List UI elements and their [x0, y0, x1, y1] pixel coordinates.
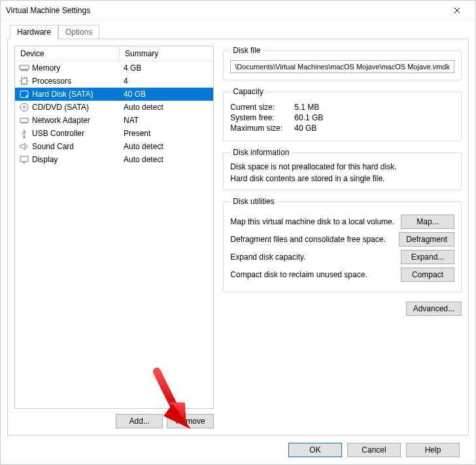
device-name: Network Adapter — [32, 116, 90, 125]
help-button[interactable]: Help — [406, 443, 460, 457]
max-size-value: 40 GB — [294, 124, 316, 133]
tab-hardware[interactable]: Hardware — [10, 25, 58, 39]
svg-rect-0 — [20, 65, 29, 69]
capacity-legend: Capacity — [230, 87, 266, 96]
map-button[interactable]: Map... — [401, 215, 454, 229]
device-name: Memory — [32, 63, 60, 73]
content: Hardware Options Device Summary Memory4 … — [1, 20, 475, 464]
tab-body: Device Summary Memory4 GBProcessors4Hard… — [7, 39, 469, 436]
compact-text: Compact disk to reclaim unused space. — [230, 270, 396, 279]
add-button[interactable]: Add... — [116, 414, 163, 428]
table-row[interactable]: Memory4 GB — [15, 61, 213, 75]
svg-rect-8 — [20, 156, 28, 162]
device-buttons: Add... Remove — [14, 414, 214, 428]
device-summary: 40 GB — [120, 88, 213, 101]
device-summary: Auto detect — [120, 101, 213, 114]
sound-icon — [19, 141, 29, 152]
device-name: Sound Card — [32, 142, 74, 151]
current-size-value: 5.1 MB — [294, 103, 319, 112]
table-row[interactable]: Hard Disk (SATA)40 GB — [15, 88, 213, 101]
system-free-label: System free: — [230, 113, 290, 122]
disk-info-line2: Hard disk contents are stored in a singl… — [230, 174, 454, 183]
device-table: Device Summary Memory4 GBProcessors4Hard… — [14, 46, 214, 409]
system-free-value: 60.1 GB — [294, 113, 323, 122]
expand-text: Expand disk capacity. — [230, 252, 396, 262]
svg-rect-6 — [20, 118, 28, 122]
table-row[interactable]: Network AdapterNAT — [15, 114, 213, 127]
device-summary: 4 GB — [120, 61, 213, 75]
device-summary: NAT — [120, 114, 213, 127]
col-device-header[interactable]: Device — [15, 46, 120, 61]
disk-utilities-group: Disk utilities Map this virtual machine … — [223, 197, 462, 292]
device-summary: Present — [120, 127, 213, 140]
disk-file-group: Disk file \Documents\Virtual Machines\ma… — [223, 46, 462, 80]
capacity-group: Capacity Current size:5.1 MB System free… — [223, 87, 462, 141]
device-name: USB Controller — [32, 129, 84, 138]
left-column: Device Summary Memory4 GBProcessors4Hard… — [14, 46, 214, 428]
remove-button[interactable]: Remove — [167, 414, 214, 428]
disk-info-legend: Disk information — [230, 148, 292, 157]
disk-info-line1: Disk space is not preallocated for this … — [230, 162, 454, 171]
svg-point-3 — [26, 95, 27, 97]
device-summary: 4 — [120, 75, 213, 88]
current-size-label: Current size: — [230, 103, 290, 112]
disk-file-legend: Disk file — [230, 46, 263, 55]
cd-icon — [19, 102, 29, 112]
cancel-button[interactable]: Cancel — [347, 443, 401, 457]
table-row[interactable]: Sound CardAuto detect — [15, 140, 213, 153]
tab-bar: Hardware Options — [7, 24, 469, 39]
device-table-header: Device Summary — [15, 46, 213, 61]
svg-point-5 — [24, 107, 26, 109]
col-summary-header[interactable]: Summary — [120, 46, 213, 61]
right-column: Disk file \Documents\Virtual Machines\ma… — [223, 46, 462, 428]
table-row[interactable]: CD/DVD (SATA)Auto detect — [15, 101, 213, 114]
display-icon — [19, 154, 29, 165]
cpu-icon — [19, 76, 29, 86]
defrag-text: Defragment files and consolidate free sp… — [230, 235, 394, 244]
titlebar: Virtual Machine Settings — [1, 1, 475, 20]
defragment-button[interactable]: Defragment — [399, 232, 454, 247]
svg-point-4 — [20, 103, 28, 111]
map-text: Map this virtual machine disk to a local… — [230, 217, 396, 226]
device-name: CD/DVD (SATA) — [32, 103, 89, 112]
svg-rect-1 — [22, 78, 27, 84]
table-row[interactable]: DisplayAuto detect — [15, 153, 213, 166]
disk-info-group: Disk information Disk space is not preal… — [223, 148, 462, 190]
disk-icon — [19, 89, 29, 99]
usb-icon — [19, 128, 29, 139]
close-button[interactable] — [444, 1, 470, 20]
device-name: Display — [32, 155, 58, 164]
device-name: Hard Disk (SATA) — [32, 90, 94, 99]
table-row[interactable]: Processors4 — [15, 75, 213, 88]
settings-window: Virtual Machine Settings Hardware Option… — [0, 0, 476, 465]
disk-file-path[interactable]: \Documents\Virtual Machines\macOS Mojave… — [230, 60, 454, 73]
window-title: Virtual Machine Settings — [6, 6, 444, 15]
device-name: Processors — [32, 77, 71, 86]
disk-utilities-legend: Disk utilities — [230, 197, 277, 206]
memory-icon — [19, 63, 29, 73]
ok-button[interactable]: OK — [288, 443, 342, 457]
device-summary: Auto detect — [120, 140, 213, 153]
dialog-footer: OK Cancel Help — [7, 436, 469, 464]
tab-options[interactable]: Options — [58, 25, 99, 39]
advanced-button[interactable]: Advanced... — [406, 301, 462, 316]
svg-point-7 — [24, 137, 26, 139]
max-size-label: Maximum size: — [230, 124, 290, 133]
table-row[interactable]: USB ControllerPresent — [15, 127, 213, 140]
device-summary: Auto detect — [120, 153, 213, 166]
advanced-row: Advanced... — [223, 301, 462, 316]
compact-button[interactable]: Compact — [401, 267, 454, 282]
nic-icon — [19, 115, 29, 126]
expand-button[interactable]: Expand... — [401, 250, 454, 264]
